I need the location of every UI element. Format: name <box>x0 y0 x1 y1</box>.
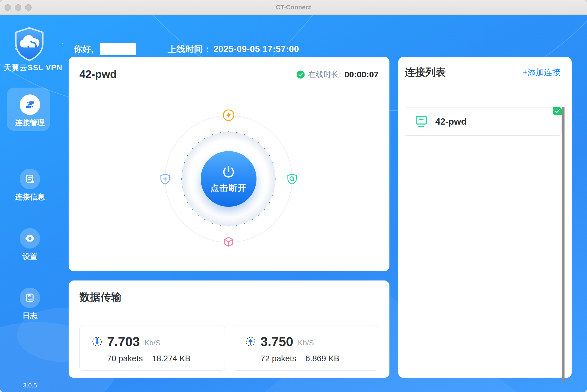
download-rate: 7.703 <box>107 334 140 349</box>
header-bar: 你好, 上线时间： 2025-09-05 17:57:00 <box>73 43 299 56</box>
disconnect-button-label: 点击断开 <box>210 182 247 194</box>
sidebar: 天翼云SSL VPN 连接管理 <box>0 15 60 392</box>
connection-manage-icon <box>20 94 40 115</box>
upload-rate: 3.750 <box>260 334 293 349</box>
online-time-value: 2025-09-05 17:57:00 <box>214 44 299 54</box>
close-window-button[interactable] <box>5 4 11 11</box>
data-transfer-card: 数据传输 7.703 Kb/S 70 pakets <box>69 280 389 378</box>
sidebar-item-logs[interactable]: 日志 <box>0 288 60 321</box>
logs-icon <box>20 288 40 308</box>
titlebar: CT-Connect <box>0 0 587 15</box>
traffic-lights <box>5 4 32 11</box>
power-icon <box>221 164 236 180</box>
sidebar-item-label: 日志 <box>0 311 60 321</box>
upload-gauge-icon <box>245 336 256 347</box>
lightning-icon <box>223 109 235 121</box>
download-stat-box: 7.703 Kb/S 70 pakets 18.274 KB <box>79 325 225 371</box>
monitor-icon <box>415 115 428 128</box>
selected-check-badge <box>553 107 562 115</box>
minimize-window-button[interactable] <box>15 4 21 11</box>
connection-item-name: 42-pwd <box>435 116 467 127</box>
connection-list-panel: 连接列表 +添加连接 42-pwd <box>398 57 572 378</box>
data-transfer-title: 数据传输 <box>69 280 389 304</box>
add-connection-button[interactable]: +添加连接 <box>523 67 561 78</box>
sidebar-item-settings[interactable]: 设置 <box>0 228 60 261</box>
connection-name: 42-pwd <box>79 68 117 81</box>
cube-icon <box>223 236 235 248</box>
app-version: 3.0.5 <box>0 382 60 389</box>
status-check-icon <box>297 71 305 79</box>
sidebar-item-label: 连接信息 <box>0 192 60 202</box>
download-rate-unit: Kb/S <box>144 339 160 347</box>
duration-label: 在线时长: <box>308 69 341 80</box>
connection-list-item[interactable]: 42-pwd <box>404 107 562 136</box>
app-logo-shield-cloud-icon <box>11 26 47 62</box>
zoom-window-button[interactable] <box>25 4 32 11</box>
window-title: CT-Connect <box>276 4 311 11</box>
download-gauge-icon <box>92 336 102 347</box>
upload-packets: 72 pakets <box>260 354 296 363</box>
username-redacted-box <box>100 43 136 55</box>
shield-plus-icon <box>159 173 171 185</box>
online-status: 在线时长: 00:00:07 <box>297 69 379 80</box>
connection-list-title: 连接列表 <box>405 65 446 79</box>
online-time-label: 上线时间： <box>168 43 212 55</box>
sidebar-item-label: 设置 <box>0 251 60 261</box>
check-icon <box>555 109 560 113</box>
sidebar-item-connection-manage[interactable]: 连接管理 <box>0 94 60 128</box>
download-packets: 70 pakets <box>107 354 143 363</box>
sidebar-item-connection-info[interactable]: 连接信息 <box>0 169 60 202</box>
divider <box>405 88 565 88</box>
connection-card: 42-pwd 在线时长: 00:00:07 <box>69 57 389 271</box>
duration-value: 00:00:07 <box>344 70 379 79</box>
shield-scan-icon <box>286 173 298 185</box>
settings-icon <box>20 228 40 249</box>
app-body: 天翼云SSL VPN 连接管理 <box>0 15 587 392</box>
sidebar-item-label: 连接管理 <box>0 118 60 128</box>
decor-star <box>62 43 63 44</box>
upload-size: 6.869 KB <box>305 354 339 363</box>
upload-rate-unit: Kb/S <box>298 339 314 347</box>
divider <box>79 88 379 88</box>
upload-stat-box: 3.750 Kb/S 72 pakets 6.869 KB <box>233 325 378 371</box>
disconnect-button[interactable]: 点击断开 <box>201 151 256 207</box>
download-size: 18.274 KB <box>152 354 190 363</box>
greeting-text: 你好, <box>73 43 94 55</box>
connection-info-icon <box>20 169 40 189</box>
app-window: CT-Connect <box>0 0 587 392</box>
brand-name: 天翼云SSL VPN <box>0 63 66 73</box>
list-scrollbar[interactable] <box>562 107 565 382</box>
